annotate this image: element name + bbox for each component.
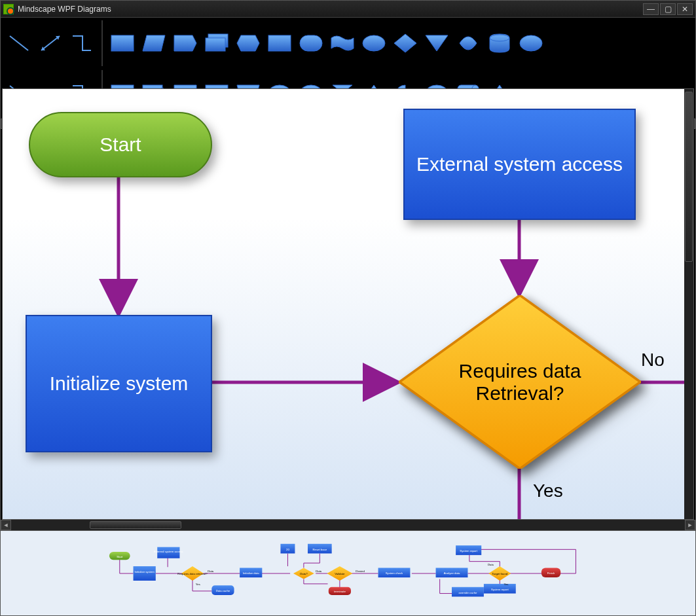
- svg-text:Reset base: Reset base: [313, 547, 327, 551]
- svg-text:override cache: override cache: [459, 590, 478, 594]
- svg-text:Data: Data: [208, 569, 215, 572]
- toolbox-row-1: [6, 20, 690, 66]
- shape-rounded-icon[interactable]: [298, 32, 324, 54]
- canvas-horizontal-scrollbar[interactable]: ◄ ►: [1, 520, 695, 530]
- svg-text:Start: Start: [117, 554, 124, 558]
- svg-point-12: [363, 35, 385, 51]
- shape-ellipse2-icon[interactable]: [518, 32, 544, 54]
- shape-lens-icon[interactable]: [455, 32, 481, 54]
- svg-text:Finish: Finish: [547, 571, 555, 575]
- toolbox-separator: [101, 20, 103, 66]
- svg-marker-14: [426, 35, 448, 51]
- node-initialize-system[interactable]: Initialize system: [26, 315, 212, 452]
- node-external-label: External system access: [416, 153, 623, 175]
- svg-rect-11: [300, 35, 322, 51]
- svg-text:External system access: External system access: [154, 550, 183, 553]
- svg-text:Yes: Yes: [504, 583, 509, 586]
- shape-triangle-down-icon[interactable]: [424, 32, 450, 54]
- svg-text:Initialize system: Initialize system: [135, 570, 155, 573]
- svg-text:Requires data retrieval?: Requires data retrieval?: [178, 572, 208, 575]
- app-icon: [3, 4, 14, 14]
- svg-text:Validate: Validate: [335, 572, 346, 575]
- svg-text:Yes: Yes: [196, 583, 200, 586]
- shape-hexagon-icon[interactable]: [235, 32, 261, 54]
- svg-point-16: [520, 35, 542, 51]
- svg-text:Analyze data: Analyze data: [444, 571, 460, 575]
- edge-label-no: No: [641, 350, 665, 371]
- svg-line-1: [41, 36, 60, 50]
- shape-toolbox: ◄ ►: [1, 18, 695, 88]
- svg-text:Data: Data: [488, 562, 494, 566]
- shape-cylinder-icon[interactable]: [486, 32, 513, 54]
- shape-stack-icon[interactable]: [204, 32, 230, 54]
- overview-minimap[interactable]: Start Initialize system External system …: [92, 537, 604, 609]
- svg-text:Data cache: Data cache: [216, 589, 230, 592]
- edge-label-yes: Yes: [533, 480, 563, 501]
- shape-diamond-icon[interactable]: [392, 32, 418, 54]
- canvas-scroll-right-button[interactable]: ►: [685, 520, 695, 530]
- diagram-overview[interactable]: Start Initialize system External system …: [1, 530, 695, 615]
- diagram-canvas[interactable]: Start External system access Initialize …: [2, 88, 694, 520]
- close-button[interactable]: ✕: [677, 3, 693, 15]
- node-start-label: Start: [100, 134, 141, 156]
- svg-rect-43: [134, 566, 156, 581]
- minimize-button[interactable]: —: [643, 3, 659, 15]
- shape-trapezoid-icon[interactable]: [141, 32, 167, 54]
- svg-marker-13: [394, 34, 416, 52]
- svg-text:Data?: Data?: [301, 572, 308, 575]
- node-initialize-label: Initialize system: [50, 372, 189, 395]
- svg-text:Target found: Target found: [492, 572, 508, 575]
- svg-text:System report: System report: [491, 587, 509, 590]
- node-decision-label: Requires data Retrieval?: [448, 360, 592, 405]
- svg-line-0: [10, 36, 28, 50]
- shape-flag-icon[interactable]: [172, 32, 198, 54]
- svg-text:System check: System check: [386, 571, 403, 575]
- svg-rect-8: [206, 38, 225, 51]
- svg-marker-6: [174, 35, 196, 51]
- canvas-vertical-scrollbar[interactable]: [684, 89, 693, 519]
- svg-marker-5: [143, 35, 165, 51]
- node-external-system-access[interactable]: External system access: [403, 109, 636, 220]
- connector-line-icon[interactable]: [6, 32, 32, 54]
- svg-text:Initialize data: Initialize data: [243, 571, 260, 575]
- maximize-button[interactable]: ▢: [660, 3, 676, 15]
- svg-marker-9: [237, 35, 259, 51]
- node-decision-requires-data[interactable]: Requires data Retrieval?: [399, 295, 641, 469]
- connector-2way-icon[interactable]: [37, 32, 64, 54]
- shape-ellipse-icon[interactable]: [361, 32, 387, 54]
- window-title: Mindscape WPF Diagrams: [18, 5, 111, 14]
- svg-text:System report: System report: [460, 549, 478, 553]
- svg-rect-4: [111, 35, 134, 51]
- canvas-scroll-left-button[interactable]: ◄: [1, 520, 11, 530]
- shape-rect2-icon[interactable]: [266, 32, 293, 54]
- shape-rect-icon[interactable]: [109, 32, 136, 54]
- svg-text:terminate: terminate: [334, 590, 346, 593]
- svg-text:Data: Data: [316, 569, 323, 572]
- connector-elbow-icon[interactable]: [69, 32, 95, 54]
- svg-rect-10: [268, 35, 291, 51]
- svg-text:Denied: Denied: [356, 569, 365, 572]
- node-start[interactable]: Start: [29, 112, 212, 177]
- svg-text:20: 20: [286, 547, 289, 551]
- shape-wave-icon[interactable]: [329, 32, 356, 54]
- titlebar: Mindscape WPF Diagrams — ▢ ✕: [1, 1, 695, 18]
